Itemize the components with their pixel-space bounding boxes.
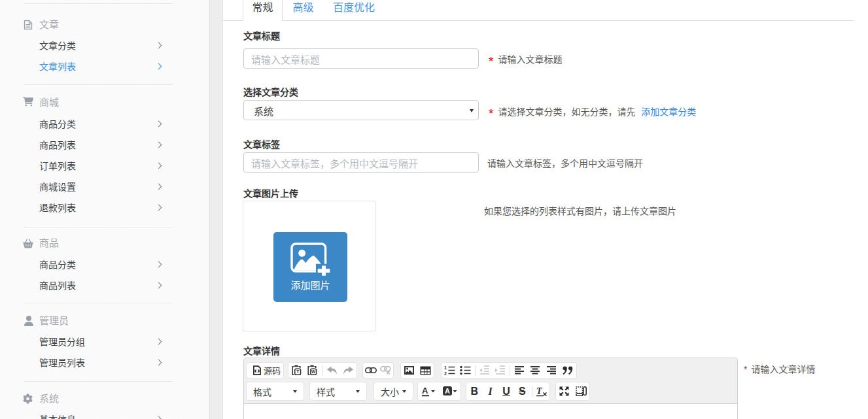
svg-text:1: 1 bbox=[444, 365, 447, 370]
svg-text:T: T bbox=[296, 369, 300, 375]
svg-text:W: W bbox=[311, 369, 316, 374]
svg-text:A: A bbox=[445, 387, 450, 395]
svg-text:A: A bbox=[422, 386, 428, 395]
svg-text:T: T bbox=[536, 386, 543, 396]
svg-text:2: 2 bbox=[444, 371, 447, 376]
